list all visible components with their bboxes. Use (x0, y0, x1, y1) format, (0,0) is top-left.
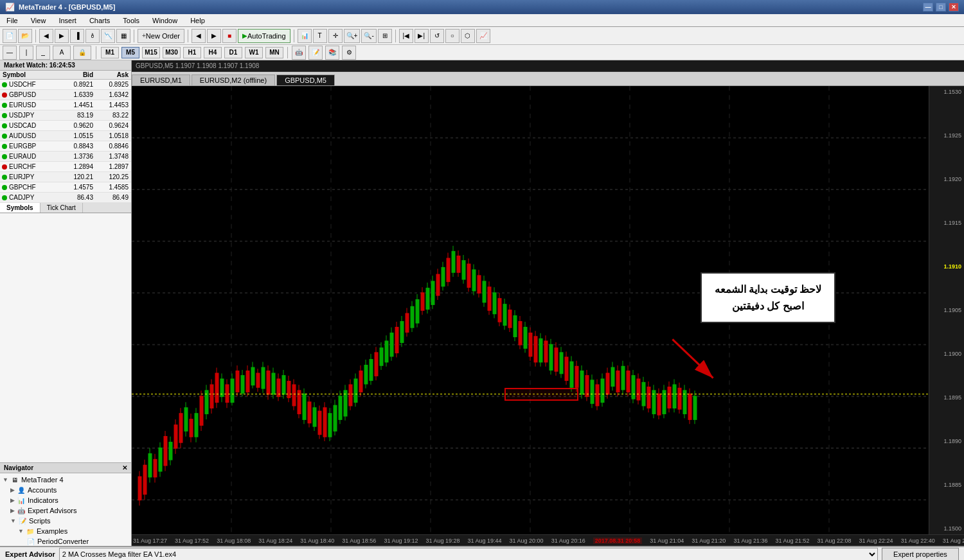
undo-button[interactable]: ◀ (39, 29, 53, 43)
menu-help[interactable]: Help (186, 15, 209, 26)
back-button[interactable]: ◀ (192, 29, 206, 43)
time-scale: 31 Aug 17:27 31 Aug 17:52 31 Aug 18:08 3… (132, 534, 964, 546)
tf-d1[interactable]: D1 (224, 47, 242, 58)
zoom-in-btn[interactable]: 🔍+ (344, 29, 361, 43)
nav-accounts-expand[interactable]: ▶ (10, 487, 15, 493)
symbol-name: EURGBP (9, 143, 60, 150)
chart-line[interactable]: 📉 (101, 29, 115, 43)
redo-button[interactable]: ▶ (55, 29, 69, 43)
menu-tools[interactable]: Tools (119, 15, 143, 26)
lock-btn[interactable]: 🔒 (73, 46, 91, 60)
tab-tick-chart[interactable]: Tick Chart (40, 203, 83, 213)
menu-file[interactable]: File (3, 15, 22, 26)
menu-charts[interactable]: Charts (85, 15, 114, 26)
tf-h4[interactable]: H4 (204, 47, 222, 58)
new-order-label: New Order (146, 32, 180, 40)
rotate-btn[interactable]: ↺ (430, 29, 444, 43)
market-watch-row[interactable]: GBPUSD 1.6339 1.6342 (0, 90, 131, 100)
tooltip-line1: لاحظ توقيت بداية الشمعه (715, 281, 821, 298)
market-watch-row[interactable]: USDJPY 83.19 83.22 (0, 110, 131, 121)
nav-ea-expand[interactable]: ▶ (10, 507, 15, 514)
close-button[interactable]: ✕ (949, 3, 959, 12)
tab-symbols[interactable]: Symbols (0, 203, 40, 213)
maximize-button[interactable]: □ (936, 3, 946, 12)
forward-button[interactable]: ▶ (207, 29, 221, 43)
symbol-bid: 1.4451 (60, 101, 96, 109)
market-watch-row[interactable]: EURAUD 1.3736 1.3748 (0, 152, 131, 162)
nav-scripts[interactable]: ▼ 📝 Scripts (10, 516, 129, 526)
symbol-dot (2, 82, 7, 87)
nav-root[interactable]: ▼ 🖥 MetaTrader 4 (3, 475, 129, 485)
new-order-button[interactable]: + New Order (138, 29, 184, 43)
nav-root-expand[interactable]: ▼ (3, 477, 8, 483)
minimize-button[interactable]: — (923, 3, 933, 12)
tools2-btn[interactable]: ⚙ (342, 46, 356, 60)
nav-accounts[interactable]: ▶ 👤 Accounts (10, 485, 129, 495)
nav-indicators-expand[interactable]: ▶ (10, 497, 15, 503)
expert-properties-button[interactable]: Expert properties (882, 548, 959, 561)
market-watch-row[interactable]: GBPCHF 1.4575 1.4585 (0, 182, 131, 193)
symbol-bid: 120.21 (60, 173, 96, 180)
chart-tab-gbpusd-m5[interactable]: GBPUSD,M5 (276, 74, 335, 85)
nav-scripts-expand[interactable]: ▼ (10, 518, 16, 524)
nav-examples-expand[interactable]: ▼ (18, 528, 24, 534)
period-sep-btn[interactable]: ⊞ (378, 29, 392, 43)
time-label-8: 31 Aug 19:28 (425, 538, 460, 544)
fwd2-btn[interactable]: ▶| (415, 29, 429, 43)
open-button[interactable]: 📂 (18, 29, 32, 43)
price-level-1905: 1.1905 (943, 307, 961, 313)
nav-expert-advisors[interactable]: ▶ 🤖 Expert Advisors (10, 505, 129, 516)
chart-candle[interactable]: 🕯 (85, 29, 100, 43)
menu-insert[interactable]: Insert (55, 15, 80, 26)
draw-rect-btn[interactable]: ⎯ (36, 46, 50, 60)
scripts-icon: 📝 (17, 516, 28, 525)
zoom-out-btn[interactable]: 🔍- (361, 29, 376, 43)
nav-indicators[interactable]: ▶ 📊 Indicators (10, 495, 129, 505)
chart2-btn[interactable]: 📈 (476, 29, 490, 43)
tf-mn[interactable]: MN (265, 47, 283, 58)
chart-grid[interactable]: ▦ (116, 29, 130, 43)
tf-m30[interactable]: M30 (163, 47, 181, 58)
market-watch-row[interactable]: EURJPY 120.21 120.25 (0, 172, 131, 182)
sep5 (395, 30, 396, 42)
market-watch-row[interactable]: EURGBP 0.8843 0.8846 (0, 141, 131, 152)
stop-button[interactable]: ■ (222, 29, 237, 43)
menu-window[interactable]: Window (148, 15, 181, 26)
market-watch-row[interactable]: USDCAD 0.9620 0.9624 (0, 121, 131, 131)
nav-examples[interactable]: ▼ 📁 Examples (18, 526, 129, 536)
tf-m5[interactable]: M5 (121, 47, 139, 58)
nav-period-converter[interactable]: 📄 PeriodConverter (26, 536, 129, 546)
tf-w1[interactable]: W1 (245, 47, 263, 58)
expert-advisor-btn[interactable]: 🤖 (292, 46, 306, 60)
market-watch-row[interactable]: AUDUSD 1.0515 1.0518 (0, 131, 131, 141)
ea-dropdown[interactable]: 2 MA Crosses Mega filter EA V1.ex4 (59, 548, 878, 561)
menu-view[interactable]: View (27, 15, 50, 26)
new-button[interactable]: 📄 (3, 29, 17, 43)
draw-text-btn[interactable]: | (19, 46, 33, 60)
market-watch-row[interactable]: USDCHF 0.8921 0.8925 (0, 80, 131, 90)
tf-m15[interactable]: M15 (142, 47, 160, 58)
autotrading-button[interactable]: ▶ AutoTrading (238, 29, 290, 43)
chart-canvas[interactable]: 1.1530 1.1925 1.1920 1.1915 1.1910 1.190… (132, 86, 964, 534)
tf-h1[interactable]: H1 (183, 47, 201, 58)
tf-m1[interactable]: M1 (101, 47, 119, 58)
market-watch-row[interactable]: EURCHF 1.2894 1.2897 (0, 162, 131, 172)
indicator-btn[interactable]: 📊 (298, 29, 312, 43)
template-btn[interactable]: T (313, 29, 327, 43)
script-btn[interactable]: 📝 (308, 46, 323, 60)
lib-btn[interactable]: 📚 (325, 46, 339, 60)
navigator-close-icon[interactable]: ✕ (122, 464, 127, 471)
back2-btn[interactable]: |◀ (399, 29, 413, 43)
draw-tools[interactable]: A (53, 46, 71, 60)
price-level-1915: 1.1915 (943, 220, 961, 226)
obj-btn[interactable]: ○ (445, 29, 460, 43)
chart-bar[interactable]: ▐ (70, 29, 84, 43)
crosshair-btn[interactable]: ✛ (328, 29, 343, 43)
market-watch-row[interactable]: CADJPY 86.43 86.49 (0, 193, 131, 203)
draw-line-btn[interactable]: — (3, 46, 17, 60)
market-watch-row[interactable]: EURUSD 1.4451 1.4453 (0, 100, 131, 110)
chart-tabs: EURUSD,M1 EURUSD,M2 (offline) GBPUSD,M5 (132, 72, 964, 86)
del-btn[interactable]: ⬡ (461, 29, 475, 43)
chart-tab-eurusd-m2[interactable]: EURUSD,M2 (offline) (192, 74, 275, 85)
chart-tab-eurusd-m1[interactable]: EURUSD,M1 (132, 74, 190, 85)
